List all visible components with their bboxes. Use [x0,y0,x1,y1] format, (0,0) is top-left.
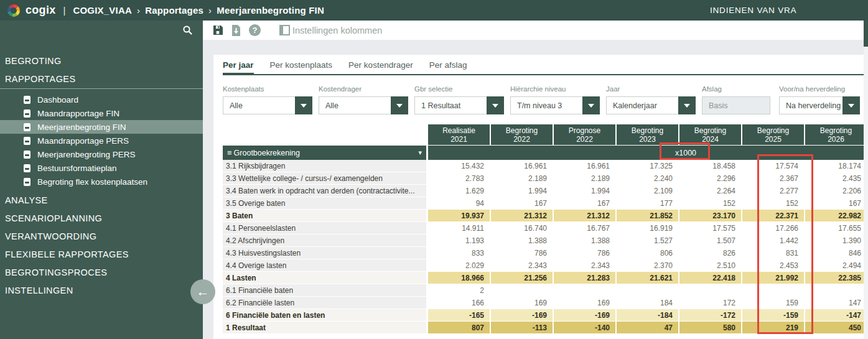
dropdown-arrow-button[interactable] [295,96,312,114]
table-dimension-row: ≡ Grootboekrekening ▾ x1000 [223,146,868,160]
table-row-3-baten: 3 Baten19.93721.31221.31221.85223.17022.… [223,210,868,222]
sidebar-item-rapportages[interactable]: RAPPORTAGES [0,70,203,88]
cell-6-1-financi-le-baten-col4 [679,284,742,297]
chevron-down-icon[interactable]: ▾ [418,149,422,157]
filter-label: Gbr selectie [414,85,504,93]
table-row-4-4-overige-lasten: 4.4 Overige lasten2.0292.3432.3432.3702.… [223,259,868,272]
filter-hi-rarchie-niveau-select[interactable]: T/m niveau 3 [510,96,600,114]
filter-jaar-select[interactable]: Kalenderjaar [606,96,696,114]
sidebar-item-meerjarenbegroting-fin[interactable]: Meerjarenbegroting FIN [0,120,203,134]
cell-6-financi-le-baten-en-lasten-col1: -169 [491,309,554,322]
sidebar-item-scenarioplanning[interactable]: SCENARIOPLANNING [0,210,203,228]
sidebar-item-instellingen[interactable]: INSTELLINGEN [0,282,203,300]
cell-1-resultaat-col0: 807 [428,322,491,334]
dropdown-arrow-button[interactable] [487,96,504,114]
column-header-realisatie-2021[interactable]: Realisatie2021 [428,124,491,145]
dropdown-arrow-button[interactable] [391,96,408,114]
cell-4-2-afschrijvingen-col1: 1.388 [491,235,554,247]
sidebar-item-begroting[interactable]: BEGROTING [0,52,203,70]
sidebar-menu: BEGROTINGRAPPORTAGESDashboardMaandrappor… [0,52,203,300]
cell-3-baten-col6: 22.982 [805,210,868,222]
filter-afslag: AfslagBasis [702,85,770,114]
sidebar-item-dashboard[interactable]: Dashboard [0,93,203,106]
column-header-line2: 2026 [805,135,867,144]
scale-band: x1000 [428,146,868,160]
cell-1-resultaat-col4: 580 [679,322,742,334]
dropdown-arrow-button[interactable] [678,96,696,114]
filter-value: Basis [702,101,770,110]
column-header-line2: 2022 [554,135,615,144]
filter-label: Kostenplaats [223,85,312,93]
column-header-begroting-2025[interactable]: Begroting2025 [742,124,805,145]
cell-6-1-financi-le-baten-col6 [805,284,868,297]
column-header-prognose-2022[interactable]: Prognose2022 [554,124,617,145]
sidebar-item-flexibele-rapportages[interactable]: FLEXIBELE RAPPORTAGES [0,246,203,264]
scale-label: x1000 [675,146,696,160]
sidebar-collapse-button[interactable]: ← [190,279,215,304]
cell-1-resultaat-col5: 219 [742,322,805,334]
column-settings-button[interactable]: Instellingen kolommen [279,25,382,35]
tab-per-afslag[interactable]: Per afslag [429,60,467,75]
help-icon[interactable]: ? [249,24,261,36]
content-top-scroll-gutter [203,40,868,55]
breadcrumb-item-rapportages[interactable]: Rapportages [145,5,203,16]
dropdown-arrow-button[interactable] [842,96,860,114]
filter-voor-na-herverdeling-select[interactable]: Na herverdeling [779,96,860,114]
column-header-begroting-2026[interactable]: Begroting2026 [805,124,868,145]
filter-value: Alle [223,101,295,110]
help-glyph: ? [253,26,258,35]
sidebar-item-maandrapportage-fin[interactable]: Maandrapportage FIN [0,106,203,120]
sidebar-item-label: Meerjarenbegroting FIN [37,123,126,132]
sidebar-item-maandrapportage-pers[interactable]: Maandrapportage PERS [0,134,203,147]
save-icon[interactable] [213,25,223,35]
filter-label: Jaar [606,85,696,93]
vertical-scrollbar-thumb[interactable] [864,21,868,47]
column-header-line1: Begroting [617,126,678,135]
indienen-van-vraag-button[interactable]: INDIENEN VAN VRA [710,0,796,21]
column-header-begroting-2023[interactable]: Begroting2023 [617,124,679,145]
table-row-3-5-overige-baten: 3.5 Overige baten94167167177152152167 [223,197,868,210]
sidebar-item-bestuursformatieplan[interactable]: Bestuursformatieplan [0,161,203,175]
filter-gbr-selectie-select[interactable]: 1 Resultaat [414,96,504,114]
breadcrumb-item-current: Meerjarenbegroting FIN [217,5,324,16]
tab-per-kostenplaats[interactable]: Per kostenplaats [270,60,333,75]
sidebar-item-analyse[interactable]: ANALYSE [0,192,203,210]
sidebar-item-verantwoording[interactable]: VERANTWOORDING [0,228,203,246]
cell-4-lasten-col5: 21.992 [742,272,805,284]
sidebar-item-meerjarenbegroting-pers[interactable]: Meerjarenbegroting PERS [0,147,203,161]
vertical-scrollbar-track[interactable] [864,21,868,339]
dropdown-arrow-button[interactable] [582,96,600,114]
cell-4-1-personeelslasten-col1: 16.740 [491,222,554,235]
column-header-line1: Realisatie [428,126,490,135]
download-icon[interactable] [231,25,241,36]
sidebar-item-begrotingsproces[interactable]: BEGROTINGSPROCES [0,264,203,282]
column-header-begroting-2024[interactable]: Begroting2024 [679,124,742,145]
cell-4-4-overige-lasten-col1: 2.343 [491,259,554,272]
breadcrumb-separator: › [137,5,140,16]
table-row-6-2-financi-le-lasten: 6.2 Financiële lasten1661691691841721591… [223,297,868,309]
column-header-begroting-2022[interactable]: Begroting2022 [491,124,554,145]
dimension-selector[interactable]: ≡ Grootboekrekening ▾ [223,146,426,160]
tab-per-jaar[interactable]: Per jaar [223,60,254,75]
report-doc-icon [24,164,30,172]
cell-6-financi-le-baten-en-lasten-col6: -147 [805,309,868,322]
back-arrow-icon: ← [197,284,210,299]
cell-3-1-rijksbijdragen-col3: 17.325 [617,160,679,172]
sidebar-item-begroting-flex-kostenplaatsen[interactable]: Begroting flex kostenplaatsen [0,175,203,188]
breadcrumb-item-root[interactable]: COGIX_VIAA [73,5,132,16]
tab-per-kostendrager[interactable]: Per kostendrager [348,60,413,75]
cell-3-1-rijksbijdragen-col5: 17.574 [742,160,805,172]
hamburger-menu-icon[interactable]: ≡ [227,148,232,157]
filter-kostenplaats-select[interactable]: Alle [223,96,312,114]
filter-gbr-selectie: Gbr selectie1 Resultaat [414,85,504,114]
filter-kostendrager-select[interactable]: Alle [319,96,408,114]
cell-1-resultaat-col2: -140 [554,322,617,334]
filter-value: T/m niveau 3 [511,101,582,110]
cell-6-1-financi-le-baten-col2 [554,284,617,297]
filter-hi-rarchie-niveau: Hiërarchie niveauT/m niveau 3 [510,85,600,114]
filter-afslag-select: Basis [702,96,770,114]
cell-4-4-overige-lasten-col3: 2.370 [617,259,679,272]
cell-3-baten-col3: 21.852 [617,210,679,222]
search-icon[interactable] [182,25,193,38]
row-label: 3.3 Wettelijke college- / cursus-/ exame… [223,172,426,185]
